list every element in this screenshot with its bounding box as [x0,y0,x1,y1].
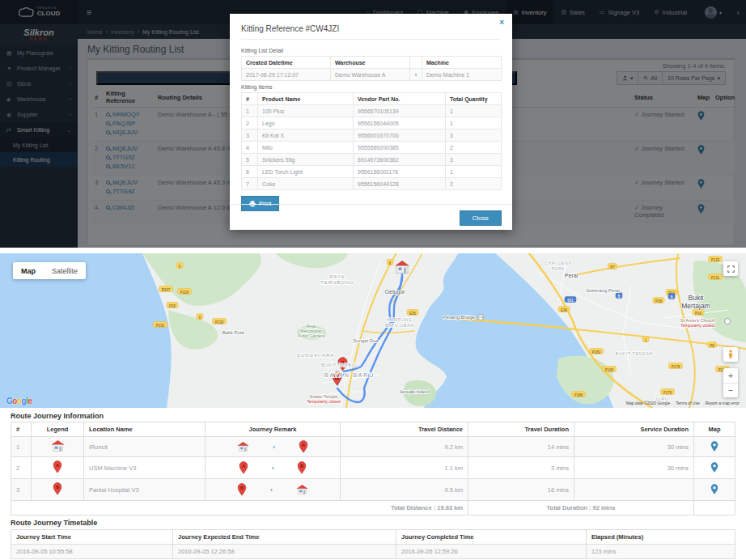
map-attribution: Map data ©2020 Google Terms of Use Repor… [626,401,740,405]
home-icon [237,442,249,452]
fullscreen-button[interactable] [723,261,738,276]
svg-text:Bukit: Bukit [689,294,705,302]
svg-text:PARK: PARK [552,266,565,271]
svg-text:SUNGAI ARA: SUNGAI ARA [297,353,335,358]
journey-info-title: Route Journey Information [11,412,104,420]
svg-text:B: B [240,486,244,490]
home-legend-icon [51,440,65,452]
svg-text:Sungai Dua: Sungai Dua [353,338,379,343]
kitting-items-table: # Product Name Vendor Part No. Total Qua… [241,92,502,190]
pin-a-legend-icon: A [53,460,62,473]
street-view-pegman[interactable] [723,347,738,362]
map-link[interactable] [694,437,735,457]
journey-start-time: 2016-09-05 10:55:58 [11,545,173,559]
terms-link[interactable]: Terms of Use [676,401,699,405]
modal-footer: Close [230,204,512,230]
google-logo[interactable]: Google [6,397,32,405]
svg-text:E36: E36 [409,312,417,316]
svg-text:KAMPUNG: KAMPUNG [388,317,413,322]
svg-text:BUKIT JAMBUL: BUKIT JAMBUL [321,363,358,367]
chevron-right-icon: › [269,465,277,472]
close-icon[interactable]: × [499,18,504,27]
svg-text:BATU UBAN: BATU UBAN [385,323,413,328]
kitting-items-label: Kitting Items [241,84,501,90]
svg-text:P131: P131 [711,276,720,280]
table-header-row: Created Datetime Warehouse Machine [242,57,502,69]
map-type-toggle: Map Satellite [13,262,86,279]
svg-text:CHAI LENG: CHAI LENG [545,261,572,265]
svg-text:P186: P186 [574,393,583,397]
svg-text:BUKIT TENGAH: BUKIT TENGAH [616,351,653,356]
svg-text:Mertajam: Mertajam [681,302,710,310]
svg-text:A: A [56,463,59,468]
zoom-control: + − [723,368,738,397]
svg-text:P7: P7 [610,265,615,269]
svg-text:Penang Bridge: Penang Bridge [443,315,475,320]
table-row: 7Coke95561560441282 [242,178,502,190]
map-link[interactable] [694,479,735,501]
svg-text:P176: P176 [663,391,672,395]
table-footer-row: Total Distance : 19.83 km Total Duration… [11,501,735,515]
svg-text:Jerejak Island: Jerejak Island [399,389,429,394]
svg-text:A: A [302,443,305,448]
svg-text:P133: P133 [711,258,720,262]
google-map-canvas[interactable]: A B 6P247P226P156P230P2326E36E36601P7P13… [0,253,746,408]
svg-text:Public Gardens: Public Gardens [298,333,326,338]
elapsed-minutes: 123 mins [587,545,735,559]
table-header-row: # Legend Location Name Journey Remark Tr… [11,422,735,437]
svg-text:P226: P226 [180,291,189,295]
svg-text:P8: P8 [710,344,714,348]
svg-text:P247: P247 [162,288,171,292]
svg-text:B: B [56,485,59,490]
home-icon [296,485,308,494]
table-row: 2Lego95561560440051 [242,117,502,129]
timetable-title: Route Journey Timetable [11,519,97,527]
table-row: 2016-09-05 10:55:58 2016-09-05 12:26:58 … [11,545,735,559]
pegman-icon [727,350,734,359]
journey-expected-end-time: 2016-09-05 12:26:58 [173,545,396,559]
table-row: 1100 Plus95565701051391 [242,105,502,117]
svg-text:Temporarily closed: Temporarily closed [307,399,341,404]
zoom-out-button[interactable]: − [723,384,738,398]
satellite-button[interactable]: Satellite [44,262,86,279]
table-row: 4Milo95555892003852 [242,142,502,154]
svg-text:E36: E36 [561,308,568,312]
route-journey-timetable: Journey Start Time Journey Expected End … [11,529,735,559]
pin-b-icon: B [297,461,307,474]
chevron-right-icon: › [410,69,422,81]
table-row: 6LED Torch Light95561560011761 [242,166,502,178]
svg-text:Temporarily closed: Temporarily closed [680,323,714,328]
report-error-link[interactable]: Report a map error [706,401,740,405]
map-pin-icon [710,441,718,452]
church-poi-icon [725,319,731,325]
map-link[interactable] [694,457,735,479]
modal-body: Kitting List Detail Created Datetime War… [230,40,512,211]
total-distance: Total Distance : 19.83 km [11,501,468,515]
pin-b-legend-icon: B [53,482,62,495]
total-duration: Total Duration : 92 mins [468,501,694,515]
close-button[interactable]: Close [460,210,502,226]
svg-text:Perai: Perai [565,273,579,278]
map-pin-icon [710,462,718,473]
pin-b-icon: B [237,483,247,496]
svg-text:B: B [617,295,620,299]
svg-text:Balik Pula: Balik Pula [223,330,244,335]
table-row: 5Snickers 55g69149736003623 [242,154,502,166]
table-row: 3 B Pantai Hospital V3 B › 9.5 km 16 min… [11,479,735,501]
svg-text:B: B [300,464,303,469]
route-map[interactable]: A B 6P247P226P156P230P2326E36E36601P7P13… [0,253,746,408]
map-button[interactable]: Map [13,262,44,279]
svg-text:P15: P15 [169,304,176,308]
pin-a-icon: A [239,461,248,474]
zoom-in-button[interactable]: + [723,368,738,384]
fullscreen-icon [727,265,735,273]
svg-text:601: 601 [567,299,574,303]
map-pin-icon [710,484,718,494]
kitting-list-detail-table: Created Datetime Warehouse Machine 2017-… [241,56,502,81]
chevron-right-icon: › [268,486,275,494]
svg-text:P165: P165 [605,368,614,372]
kitting-reference-modal: × Kitting Reference #CW4JZI Kitting List… [230,14,512,230]
modal-title: Kitting Reference #CW4JZI [241,24,501,40]
svg-text:P178: P178 [672,365,680,369]
svg-text:B: B [670,295,672,299]
